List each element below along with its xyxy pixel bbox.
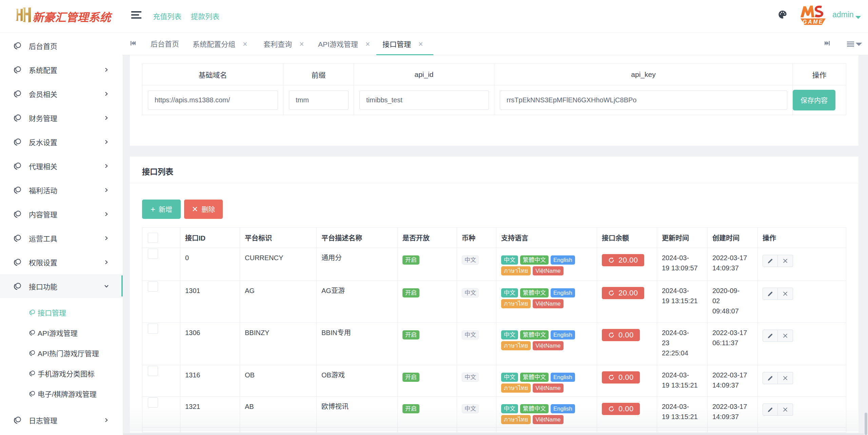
svg-text:GAME: GAME [803, 19, 824, 25]
